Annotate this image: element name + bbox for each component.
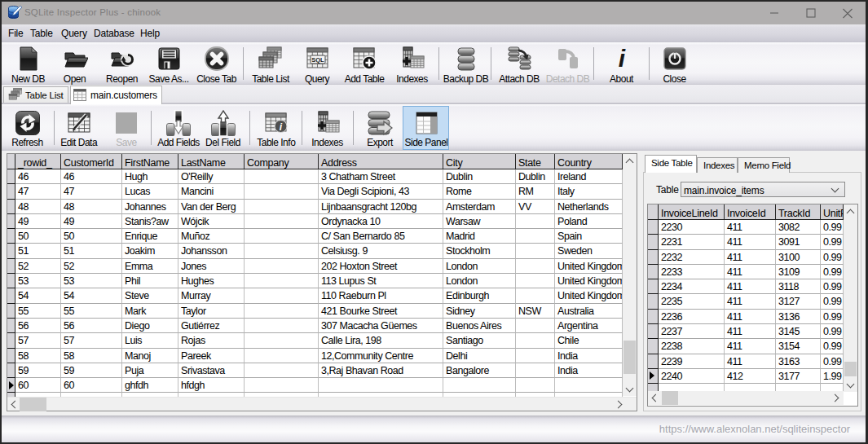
- svg-text:SQL: SQL: [311, 56, 324, 64]
- svg-text:i: i: [618, 46, 625, 72]
